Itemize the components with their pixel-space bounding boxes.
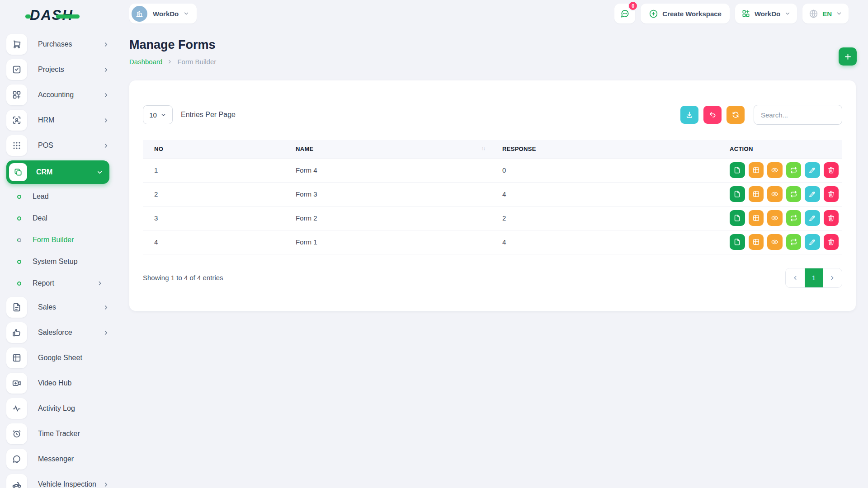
repeat-icon <box>790 166 797 174</box>
sidebar-item-label: Time Tracker <box>38 430 109 438</box>
entries-button[interactable] <box>749 186 764 202</box>
cell-no: 4 <box>143 230 284 254</box>
convert-button[interactable] <box>786 186 802 202</box>
next-page-button[interactable] <box>823 268 842 287</box>
page-number-button[interactable]: 1 <box>805 268 823 287</box>
repeat-icon <box>790 190 797 198</box>
duplicate-button[interactable] <box>730 234 745 250</box>
sidebar-item-system-setup[interactable]: System Setup <box>6 251 109 272</box>
sidebar-subitem-label: System Setup <box>33 258 109 266</box>
sidebar-item-video-hub[interactable]: Video Hub <box>6 373 109 394</box>
notification-badge: 0 <box>628 1 638 11</box>
previous-page-button[interactable] <box>786 268 805 287</box>
preview-button[interactable] <box>767 210 783 226</box>
delete-button[interactable] <box>824 186 839 202</box>
sidebar-item-sales[interactable]: Sales <box>6 297 109 318</box>
table-icon <box>6 347 27 368</box>
reset-button[interactable] <box>703 106 722 124</box>
preview-button[interactable] <box>767 234 783 250</box>
create-workspace-button[interactable]: Create Workspace <box>641 4 730 23</box>
sidebar-item-deal[interactable]: Deal <box>6 207 109 229</box>
sidebar-subitem-label: Form Builder <box>33 236 109 244</box>
sidebar-item-time-tracker[interactable]: Time Tracker <box>6 423 109 444</box>
grid-plus-icon <box>6 84 27 105</box>
row-actions <box>730 186 839 202</box>
sidebar-item-accounting[interactable]: Accounting <box>6 84 109 105</box>
file-icon <box>733 238 741 246</box>
cell-name: Form 2 <box>284 206 491 230</box>
search-input[interactable] <box>754 105 842 125</box>
convert-button[interactable] <box>786 210 802 226</box>
chevron-right-icon <box>103 117 109 124</box>
column-header-response[interactable]: RESPONSE <box>491 140 718 158</box>
preview-button[interactable] <box>767 162 783 178</box>
sidebar-item-label: Salesforce <box>38 328 103 337</box>
sidebar-item-hrm[interactable]: HRM <box>6 110 109 131</box>
sidebar-item-messenger[interactable]: Messenger <box>6 449 109 469</box>
sort-icon[interactable]: ↑↓ <box>481 145 485 151</box>
duplicate-button[interactable] <box>730 210 745 226</box>
column-header-no[interactable]: NO <box>143 140 284 158</box>
sidebar-item-purchases[interactable]: Purchases <box>6 34 109 55</box>
chevron-right-icon <box>103 66 109 73</box>
entries-per-page-select[interactable]: 10 <box>143 105 173 124</box>
grid-plus-icon <box>741 9 750 18</box>
delete-button[interactable] <box>824 210 839 226</box>
workspace-avatar <box>132 6 147 22</box>
trash-icon <box>827 214 835 222</box>
language-selector[interactable]: EN <box>802 4 849 23</box>
preview-button[interactable] <box>767 186 783 202</box>
chevron-right-icon <box>97 280 103 286</box>
sidebar-item-google-sheet[interactable]: Google Sheet <box>6 347 109 368</box>
edit-button[interactable] <box>805 234 820 250</box>
motorcycle-icon <box>6 474 27 488</box>
duplicate-button[interactable] <box>730 186 745 202</box>
delete-button[interactable] <box>824 234 839 250</box>
entries-button[interactable] <box>749 210 764 226</box>
refresh-button[interactable] <box>726 106 745 124</box>
sidebar-item-label: Activity Log <box>38 404 109 413</box>
chevron-down-icon <box>96 169 103 176</box>
breadcrumb-current: Form Builder <box>177 58 216 66</box>
edit-button[interactable] <box>805 162 820 178</box>
column-header-name[interactable]: NAME ↑↓ <box>284 140 491 158</box>
table-header-row: NO NAME ↑↓ RESPONSE ACTION <box>143 140 842 158</box>
add-form-button[interactable] <box>839 47 857 66</box>
entries-button[interactable] <box>749 234 764 250</box>
sidebar-item-vehicle-inspection[interactable]: Vehicle Inspection <box>6 474 109 488</box>
sidebar: Purchases Projects Accounting HRM <box>0 0 116 488</box>
page-title: Manage Forms <box>129 38 216 52</box>
sidebar-item-label: HRM <box>38 116 103 124</box>
sidebar-item-crm[interactable]: CRM <box>6 160 109 184</box>
trash-icon <box>827 238 835 246</box>
edit-button[interactable] <box>805 186 820 202</box>
sidebar-item-report[interactable]: Report <box>6 272 109 294</box>
breadcrumb-dashboard-link[interactable]: Dashboard <box>129 58 162 66</box>
export-button[interactable] <box>680 106 698 124</box>
edit-button[interactable] <box>805 210 820 226</box>
sidebar-item-form-builder[interactable]: Form Builder <box>6 229 109 251</box>
sidebar-item-activity-log[interactable]: Activity Log <box>6 398 109 419</box>
convert-button[interactable] <box>786 162 802 178</box>
convert-button[interactable] <box>786 234 802 250</box>
workspace-selector[interactable]: WorkDo <box>129 4 197 23</box>
cell-name: Form 3 <box>284 182 491 206</box>
cell-response: 4 <box>491 182 718 206</box>
file-icon <box>733 214 741 222</box>
chevron-right-icon <box>103 92 109 99</box>
circle-bullet-icon <box>17 282 21 286</box>
table-icon <box>752 238 760 246</box>
sidebar-item-lead[interactable]: Lead <box>6 186 109 207</box>
messages-button[interactable]: 0 <box>614 4 635 23</box>
sidebar-item-projects[interactable]: Projects <box>6 59 109 80</box>
cell-response: 4 <box>491 230 718 254</box>
cell-no: 2 <box>143 182 284 206</box>
workdo-menu-button[interactable]: WorkDo <box>735 4 797 23</box>
delete-button[interactable] <box>824 162 839 178</box>
chevron-right-icon <box>103 304 109 311</box>
duplicate-button[interactable] <box>730 162 745 178</box>
cell-response: 2 <box>491 206 718 230</box>
sidebar-item-pos[interactable]: POS <box>6 135 109 156</box>
sidebar-item-salesforce[interactable]: Salesforce <box>6 322 109 343</box>
entries-button[interactable] <box>749 162 764 178</box>
